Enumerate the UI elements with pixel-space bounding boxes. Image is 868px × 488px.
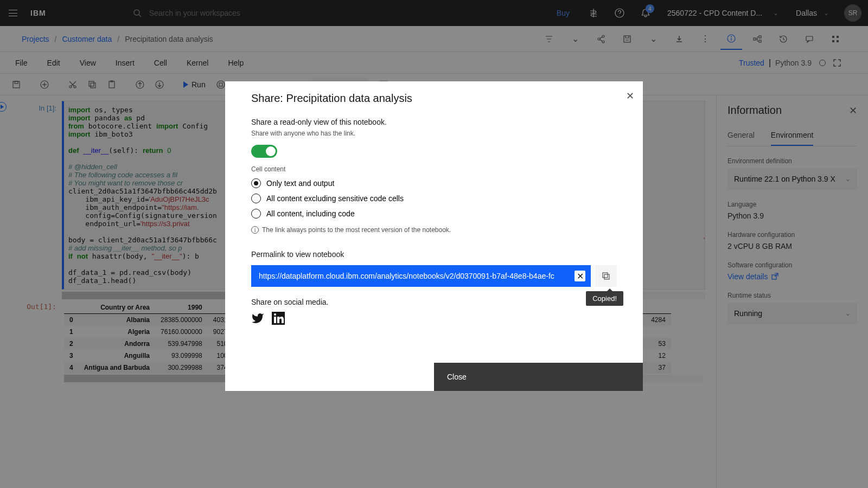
radio-icon [251,209,261,219]
copied-tooltip: Copied! [586,291,623,306]
svg-rect-45 [604,274,609,279]
social-label: Share on social media. [251,298,617,306]
share-modal: ✕ Share: Precipitation data analysis Sha… [225,81,643,391]
twitter-icon[interactable] [251,312,264,325]
share-toggle[interactable] [251,145,277,158]
permalink-input-wrap: ✕ [251,265,591,287]
permalink-label: Permalink to view notebook [251,250,617,259]
link-note: i The link always points to the most rec… [251,226,617,234]
modal-title: Share: Precipitation data analysis [251,92,617,105]
share-desc: Share a read-only view of this notebook. [251,118,617,126]
clear-icon[interactable]: ✕ [575,271,585,281]
close-icon[interactable]: ✕ [626,90,634,102]
info-icon: i [251,226,259,234]
svg-rect-44 [603,273,608,278]
permalink-input[interactable] [251,265,591,287]
linkedin-icon[interactable] [272,312,285,325]
modal-overlay[interactable]: ✕ Share: Precipitation data analysis Sha… [0,0,868,488]
share-sub: Share with anyone who has the link. [251,130,617,137]
copy-button[interactable] [595,265,617,287]
close-button[interactable]: Close [434,363,643,391]
radio-text-output[interactable]: Only text and output [251,178,617,188]
copy-icon [602,272,610,280]
cell-content-label: Cell content [251,165,617,173]
radio-icon [251,194,261,203]
radio-all-content[interactable]: All content, including code [251,209,617,219]
radio-icon [251,178,261,188]
radio-exclude-sensitive[interactable]: All content excluding sensitive code cel… [251,194,617,203]
radio-group: Only text and output All content excludi… [251,178,617,219]
